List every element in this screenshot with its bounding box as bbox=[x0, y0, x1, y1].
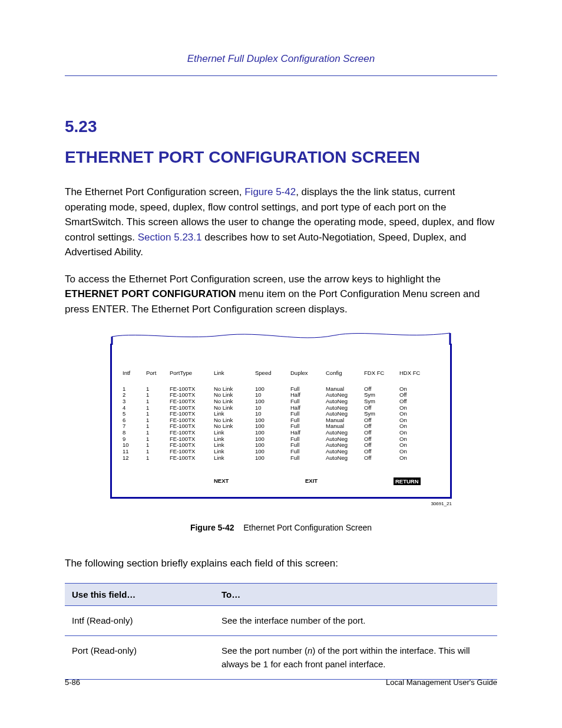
desc-table-header-row: Use this field… To… bbox=[65, 583, 497, 605]
table-row: Port (Read-only) See the port number (n)… bbox=[65, 636, 497, 680]
terminal-cell: Sym bbox=[364, 398, 399, 405]
terminal-cell: Link bbox=[214, 455, 255, 462]
terminal-row: 111FE-100TXLink100FullAutoNegOffOn bbox=[123, 449, 439, 455]
desc-th-use: Use this field… bbox=[65, 583, 214, 605]
section-title: ETHERNET PORT CONFIGURATION SCREEN bbox=[65, 148, 497, 167]
terminal-cell: FE-100TX bbox=[170, 455, 214, 462]
terminal-cell: 1 bbox=[146, 423, 170, 430]
figure-caption-text: Ethernet Port Configuration Screen bbox=[243, 523, 372, 532]
terminal-cell: AutoNeg bbox=[326, 398, 364, 405]
figure-number-small: 30691_21 bbox=[110, 501, 452, 506]
terminal-cell: 1 bbox=[146, 436, 170, 443]
th-speed: Speed bbox=[255, 370, 290, 377]
terminal-cell: Off bbox=[364, 449, 399, 455]
figure-caption: Figure 5-42 Ethernet Port Configuration … bbox=[65, 523, 497, 532]
figure-terminal: Intf Port PortType Link Speed Duplex Con… bbox=[65, 328, 497, 532]
terminal-cell: 1 bbox=[146, 417, 170, 424]
spread-title: Ethernet Full Duplex Configuration Scree… bbox=[65, 53, 497, 65]
terminal-body: Intf Port PortType Link Speed Duplex Con… bbox=[110, 344, 452, 499]
table-row: Intf (Read-only) See the interface numbe… bbox=[65, 605, 497, 636]
terminal-row: 121FE-100TXLink100FullAutoNegOffOn bbox=[123, 455, 439, 462]
terminal-cell: 1 bbox=[146, 442, 170, 449]
terminal-cell: Off bbox=[399, 398, 435, 405]
section-xref-1[interactable]: Section 5.23.1 bbox=[138, 232, 202, 243]
figure-xref-1[interactable]: Figure 5-42 bbox=[244, 186, 296, 197]
terminal-cell: 1 bbox=[123, 386, 146, 393]
terminal-cell: 100 bbox=[255, 455, 290, 462]
terminal-cell: 3 bbox=[123, 398, 146, 405]
desc-use-intf: Intf (Read-only) bbox=[65, 605, 214, 636]
terminal-cell: 11 bbox=[123, 449, 146, 455]
next-button[interactable]: NEXT bbox=[214, 477, 305, 485]
figure-caption-num: Figure 5-42 bbox=[190, 523, 234, 532]
desc-th-to: To… bbox=[214, 583, 497, 605]
terminal-cell: 6 bbox=[123, 417, 146, 424]
terminal-cell: 7 bbox=[123, 423, 146, 430]
terminal-cell: Link bbox=[214, 449, 255, 455]
desc-to-port: See the port number (n) of the port with… bbox=[214, 636, 497, 680]
section-number: 5.23 bbox=[65, 117, 497, 136]
th-link: Link bbox=[214, 370, 255, 377]
return-button[interactable]: RETURN bbox=[394, 477, 421, 485]
terminal-cell: 4 bbox=[123, 405, 146, 411]
terminal-cell: AutoNeg bbox=[326, 455, 364, 462]
terminal-cell: 1 bbox=[146, 411, 170, 417]
terminal-cell: 1 bbox=[146, 392, 170, 398]
terminal-cell: 1 bbox=[146, 386, 170, 393]
terminal-cell: 2 bbox=[123, 392, 146, 398]
p2-pre: To access the Ethernet Port Configuratio… bbox=[65, 274, 441, 285]
terminal-cell: 100 bbox=[255, 398, 290, 405]
th-fdx: FDX FC bbox=[364, 370, 399, 377]
page-number: 5-86 bbox=[65, 678, 80, 687]
terminal-cell: On bbox=[399, 449, 435, 455]
terminal-footer: NEXT EXIT RETURN bbox=[123, 477, 439, 486]
th-duplex: Duplex bbox=[290, 370, 326, 377]
terminal-cell: FE-100TX bbox=[170, 398, 214, 405]
terminal-cell: 1 bbox=[146, 430, 170, 436]
th-hdx: HDX FC bbox=[399, 370, 435, 377]
body-paragraph-3: The following section briefly explains e… bbox=[65, 556, 497, 571]
top-rule bbox=[65, 75, 497, 76]
page-footer: 5-86 Local Management User's Guide bbox=[65, 678, 497, 687]
exit-button[interactable]: EXIT bbox=[305, 477, 394, 485]
terminal-cell: AutoNeg bbox=[326, 449, 364, 455]
terminal-row: 31FE-100TXNo Link100FullAutoNegSymOff bbox=[123, 398, 439, 405]
torn-edge-icon bbox=[110, 328, 452, 345]
terminal-cell: 1 bbox=[146, 449, 170, 455]
th-ptype: PortType bbox=[170, 370, 214, 377]
terminal-cell: 100 bbox=[255, 449, 290, 455]
doc-title-footer: Local Management User's Guide bbox=[386, 678, 497, 687]
body-paragraph-1: The Ethernet Port Configuration screen, … bbox=[65, 185, 497, 260]
desc-to-port-em: n bbox=[308, 645, 312, 655]
terminal-cell: 12 bbox=[123, 455, 146, 462]
terminal-cell: Full bbox=[290, 455, 326, 462]
th-port: Port bbox=[146, 370, 170, 377]
th-config: Config bbox=[326, 370, 364, 377]
th-intf: Intf bbox=[123, 370, 146, 377]
terminal-cell: 1 bbox=[146, 405, 170, 411]
terminal-cell: No Link bbox=[214, 398, 255, 405]
p2-bold: ETHERNET PORT CONFIGURATION bbox=[65, 288, 236, 299]
desc-to-intf: See the interface number of the port. bbox=[214, 605, 497, 636]
terminal-cell: Full bbox=[290, 449, 326, 455]
terminal-cell: 5 bbox=[123, 411, 146, 417]
terminal-header-row: Intf Port PortType Link Speed Duplex Con… bbox=[123, 370, 439, 377]
terminal-cell: 1 bbox=[146, 455, 170, 462]
desc-to-port-pre: See the port number ( bbox=[222, 645, 308, 655]
terminal-cell: 8 bbox=[123, 430, 146, 436]
terminal-cell: FE-100TX bbox=[170, 449, 214, 455]
terminal-cell: 1 bbox=[146, 398, 170, 405]
p1-pre: The Ethernet Port Configuration screen, bbox=[65, 186, 244, 197]
desc-use-port: Port (Read-only) bbox=[65, 636, 214, 680]
terminal-cell: Full bbox=[290, 398, 326, 405]
body-paragraph-2: To access the Ethernet Port Configuratio… bbox=[65, 272, 497, 317]
terminal-cell: On bbox=[399, 455, 435, 462]
description-table: Use this field… To… Intf (Read-only) See… bbox=[65, 583, 497, 680]
terminal-cell: Off bbox=[364, 455, 399, 462]
